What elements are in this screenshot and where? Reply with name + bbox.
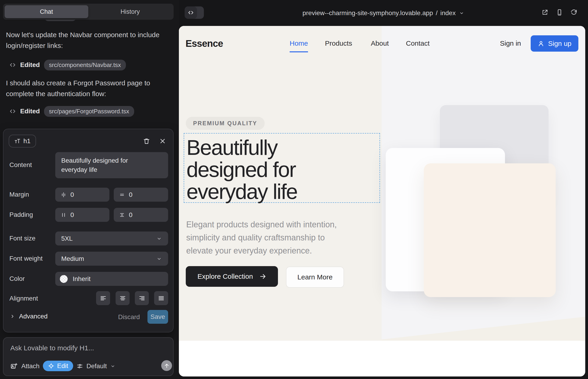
content-input[interactable]: Beautifully designed for everyday life [55, 152, 168, 178]
nav-link-home[interactable]: Home [290, 39, 308, 47]
open-in-new-tab-button[interactable] [542, 9, 548, 16]
code-icon [9, 108, 16, 115]
padding-label: Padding [9, 211, 33, 218]
font-size-value: 5XL [61, 235, 156, 242]
sliders-icon [76, 363, 83, 370]
chevron-down-icon [110, 363, 116, 369]
model-selector[interactable]: Default [76, 363, 116, 370]
target-icon [48, 363, 54, 369]
send-button[interactable] [161, 360, 172, 371]
padding-horizontal-input[interactable]: 0 [55, 208, 109, 222]
margin-horizontal-input[interactable]: 0 [55, 188, 109, 202]
color-label: Color [9, 275, 25, 283]
margin-vertical-icon [119, 191, 125, 198]
element-editor-panel: h1 Content Beautifully designed for ever… [3, 129, 174, 332]
sign-up-label: Sign up [548, 40, 572, 47]
padding-vertical-input[interactable]: 0 [114, 208, 168, 222]
mobile-view-button[interactable] [556, 9, 563, 16]
margin-horizontal-value: 0 [70, 191, 74, 198]
preview-stage: preview--charming-site-symphony.lovable.… [179, 0, 588, 379]
padding-horizontal-value: 0 [70, 211, 74, 219]
file-chip[interactable]: src/components/Navbar.tsx [44, 60, 126, 70]
color-value: Inherit [73, 275, 91, 283]
sign-in-link[interactable]: Sign in [500, 39, 521, 47]
section-below-hero [179, 341, 585, 377]
delete-element-button[interactable] [141, 136, 152, 146]
sign-up-button[interactable]: Sign up [531, 35, 578, 52]
chevron-right-icon [9, 313, 15, 319]
align-justify-button[interactable] [154, 291, 168, 305]
tab-chat[interactable]: Chat [5, 5, 88, 18]
hero-description-line: elevate your everyday experience. [186, 244, 337, 257]
align-left-button[interactable] [96, 291, 110, 305]
hero-heading[interactable]: Beautifully designed for everyday life [186, 137, 297, 203]
external-link-icon [542, 9, 548, 16]
edited-file-row: Edited src/pages/ForgotPassword.tsx [9, 106, 134, 117]
nav-link-contact[interactable]: Contact [406, 39, 430, 47]
smartphone-icon [556, 9, 563, 16]
font-weight-select[interactable]: Medium [55, 252, 168, 266]
nav-link-products[interactable]: Products [325, 39, 352, 47]
attach-button[interactable]: Attach [10, 363, 39, 370]
margin-horizontal-icon [60, 191, 67, 198]
chevron-down-icon [459, 10, 464, 16]
edit-mode-button[interactable]: Edit [43, 361, 73, 371]
decorative-card-beige [424, 163, 556, 297]
margin-label: Margin [9, 191, 29, 198]
selected-element-badge[interactable]: h1 [9, 135, 36, 147]
padding-vertical-icon [119, 212, 125, 218]
margin-vertical-value: 0 [129, 191, 133, 198]
hero-heading-line: designed for [186, 158, 297, 181]
close-editor-button[interactable] [157, 136, 168, 146]
chat-message: I should also create a Forgot Password p… [6, 78, 168, 99]
browser-topbar: preview--charming-site-symphony.lovable.… [179, 0, 588, 26]
url-breadcrumb[interactable]: preview--charming-site-symphony.lovable.… [179, 9, 588, 17]
explore-collection-label: Explore Collection [198, 272, 253, 280]
padding-vertical-value: 0 [129, 211, 133, 219]
refresh-icon [570, 9, 577, 16]
content-value: Beautifully designed for everyday life [61, 156, 139, 174]
tab-history[interactable]: History [88, 5, 172, 18]
color-select[interactable]: Inherit [55, 272, 168, 286]
edited-file-row: Edited src/components/Navbar.tsx [9, 60, 126, 70]
refresh-button[interactable] [570, 9, 577, 16]
chevron-down-icon [156, 256, 162, 262]
code-icon [9, 62, 16, 68]
align-right-button[interactable] [135, 291, 149, 305]
code-preview-toggle[interactable] [185, 6, 204, 19]
alignment-label: Alignment [9, 295, 38, 302]
hero-heading-line: Beautifully [186, 137, 297, 158]
prompt-input[interactable] [10, 344, 162, 352]
hero-description-line: Elegant products designed with intention… [186, 218, 337, 231]
close-icon [159, 137, 166, 145]
color-swatch [60, 275, 68, 283]
explore-collection-button[interactable]: Explore Collection [186, 266, 278, 287]
site-logo[interactable]: Essence [186, 38, 223, 49]
font-size-label: Font size [9, 235, 35, 242]
align-justify-icon [158, 295, 165, 302]
hero-description: Elegant products designed with intention… [186, 218, 337, 257]
model-label: Default [86, 363, 107, 370]
edit-mode-label: Edit [57, 362, 68, 370]
learn-more-button[interactable]: Learn More [286, 267, 344, 288]
code-icon [187, 9, 194, 16]
arrow-right-icon [259, 273, 266, 280]
save-button[interactable]: Save [147, 310, 168, 324]
url-separator: / [436, 9, 438, 17]
hero-heading-line: everyday life [186, 181, 297, 203]
nav-link-about[interactable]: About [371, 39, 389, 47]
content-label: Content [9, 161, 32, 169]
preview-url: preview--charming-site-symphony.lovable.… [302, 9, 433, 17]
code-toggle-segment[interactable] [185, 6, 197, 19]
file-chip[interactable]: src/pages/ForgotPassword.tsx [44, 106, 134, 117]
margin-vertical-input[interactable]: 0 [114, 188, 168, 202]
topbar-actions [542, 9, 577, 16]
discard-button[interactable]: Discard [118, 313, 140, 321]
font-weight-value: Medium [61, 255, 156, 262]
font-size-select[interactable]: 5XL [55, 232, 168, 245]
arrow-up-icon [164, 363, 170, 369]
advanced-toggle[interactable]: Advanced [9, 313, 48, 320]
align-center-button[interactable] [116, 291, 130, 305]
edited-label: Edited [20, 108, 40, 115]
advanced-label: Advanced [19, 313, 48, 320]
